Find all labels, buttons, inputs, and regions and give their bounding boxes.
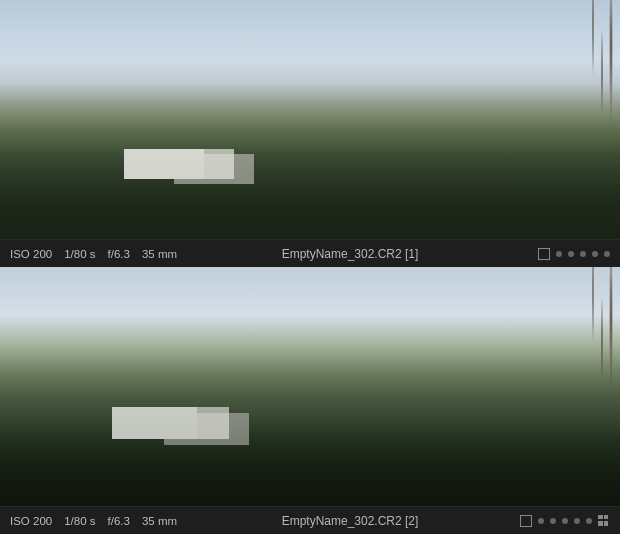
dot-bottom-4[interactable] bbox=[574, 518, 580, 524]
shutter-top: 1/80 s bbox=[64, 248, 95, 260]
dot-top-5[interactable] bbox=[604, 251, 610, 257]
grid-icon-bottom[interactable] bbox=[598, 515, 610, 527]
dot-bottom-5[interactable] bbox=[586, 518, 592, 524]
aperture-top: f/6.3 bbox=[108, 248, 130, 260]
filename-top: EmptyName_302.CR2 [1] bbox=[210, 247, 490, 261]
meta-bottom: ISO 200 1/80 s f/6.3 35 mm bbox=[10, 515, 210, 527]
dot-bottom-1[interactable] bbox=[538, 518, 544, 524]
square-icon-bottom[interactable] bbox=[520, 515, 532, 527]
image-panel-top bbox=[0, 0, 620, 239]
info-bar-bottom: ISO 200 1/80 s f/6.3 35 mm EmptyName_302… bbox=[0, 506, 620, 534]
branches-overlay-top bbox=[440, 0, 620, 239]
aperture-bottom: f/6.3 bbox=[108, 515, 130, 527]
dot-top-2[interactable] bbox=[568, 251, 574, 257]
shutter-bottom: 1/80 s bbox=[64, 515, 95, 527]
square-icon-top[interactable] bbox=[538, 248, 550, 260]
iso-bottom: ISO 200 bbox=[10, 515, 52, 527]
photo-bottom bbox=[0, 267, 620, 506]
focal-length-top: 35 mm bbox=[142, 248, 177, 260]
image-panel-bottom bbox=[0, 267, 620, 506]
controls-top bbox=[490, 248, 610, 260]
dot-top-3[interactable] bbox=[580, 251, 586, 257]
meta-top: ISO 200 1/80 s f/6.3 35 mm bbox=[10, 248, 210, 260]
branches-overlay-bottom bbox=[440, 267, 620, 506]
dot-top-4[interactable] bbox=[592, 251, 598, 257]
dot-bottom-3[interactable] bbox=[562, 518, 568, 524]
focal-length-bottom: 35 mm bbox=[142, 515, 177, 527]
iso-top: ISO 200 bbox=[10, 248, 52, 260]
controls-bottom bbox=[490, 515, 610, 527]
photo-top bbox=[0, 0, 620, 239]
info-bar-top: ISO 200 1/80 s f/6.3 35 mm EmptyName_302… bbox=[0, 239, 620, 267]
filename-bottom: EmptyName_302.CR2 [2] bbox=[210, 514, 490, 528]
dot-top-1[interactable] bbox=[556, 251, 562, 257]
dot-bottom-2[interactable] bbox=[550, 518, 556, 524]
viewer-container: ISO 200 1/80 s f/6.3 35 mm EmptyName_302… bbox=[0, 0, 620, 534]
